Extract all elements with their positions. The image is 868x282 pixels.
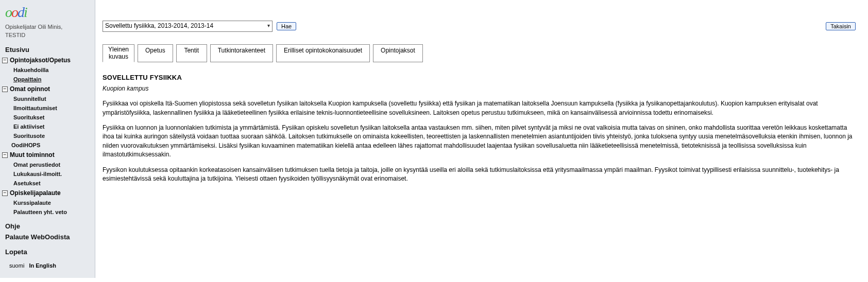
sidebar-item-ohje[interactable]: Ohje [0, 221, 95, 232]
tab-separate-modules[interactable]: Erilliset opintokokonaisuudet [276, 44, 370, 62]
guide-select-value: Sovellettu fysiikka, 2013-2014, 2013-14 [105, 22, 213, 29]
page-title: SOVELLETTU FYSIIKKA [103, 74, 856, 81]
sidebar-item-palveto[interactable]: Palautteen yht. veto [0, 207, 95, 217]
main: Sovellettu fysiikka, 2013-2014, 2013-14 … [95, 0, 868, 278]
collapse-icon: − [2, 86, 8, 92]
sidebar-item-lopeta[interactable]: Lopeta [0, 246, 95, 257]
tab-degree-structures[interactable]: Tutkintorakenteet [210, 44, 273, 62]
sidebar-group-courses[interactable]: − Opintojaksot/Opetus [0, 55, 95, 65]
sidebar-group-pal[interactable]: − Opiskelijapalaute [0, 188, 95, 198]
logo: oodi [0, 0, 95, 22]
tabs: Yleinen kuvaus Opetus Tentit Tutkintorak… [103, 44, 856, 62]
sidebar-group-label: Opiskelijapalaute [10, 189, 61, 197]
sidebar-item-suoritusote[interactable]: Suoritusote [0, 131, 95, 140]
language-switch: suomi In English [0, 257, 95, 274]
tab-general[interactable]: Yleinen kuvaus [103, 44, 134, 62]
sidebar-group-muut[interactable]: − Muut toiminnot [0, 150, 95, 160]
lang-en[interactable]: In English [29, 262, 56, 269]
sidebar-group-label: Omat opinnot [10, 85, 50, 93]
sidebar-item-oodihops[interactable]: OodiHOPS [0, 140, 95, 150]
sidebar-item-hakuehdoilla[interactable]: Hakuehdoilla [0, 65, 95, 75]
tab-exams[interactable]: Tentit [176, 44, 207, 62]
paragraph-1: Fysiikkaa voi opiskella Itä-Suomen yliop… [103, 99, 856, 117]
sidebar-item-ilmoitt[interactable]: Ilmoittautumiset [0, 103, 95, 113]
guide-select[interactable]: Sovellettu fysiikka, 2013-2014, 2013-14 … [103, 21, 273, 32]
sidebar-item-front[interactable]: Etusivu [0, 44, 95, 55]
paragraph-2: Fysiikka on luonnon ja luonnonlakien tut… [103, 124, 856, 160]
paragraph-3: Fyysikon koulutuksessa opitaankin korkea… [103, 166, 856, 184]
sidebar: oodi Opiskelijatar Oili Minis, TESTID Et… [0, 0, 95, 278]
tab-courses[interactable]: Opintojaksot [373, 44, 423, 62]
sidebar-item-asetukset[interactable]: Asetukset [0, 179, 95, 188]
sidebar-group-label: Opintojaksot/Opetus [10, 57, 71, 64]
sidebar-item-kurssipal[interactable]: Kurssipalaute [0, 198, 95, 207]
search-button[interactable]: Hae [277, 22, 296, 30]
tab-teaching[interactable]: Opetus [138, 44, 173, 62]
sidebar-item-omatper[interactable]: Omat perustiedot [0, 160, 95, 169]
collapse-icon: − [2, 58, 8, 63]
sidebar-item-palaute[interactable]: Palaute WebOodista [0, 232, 95, 242]
content: SOVELLETTU FYSIIKKA Kuopion kampus Fysii… [103, 74, 856, 184]
sidebar-item-suunnitellut[interactable]: Suunnitellut [0, 94, 95, 103]
collapse-icon: − [2, 152, 8, 158]
sidebar-item-lukuk[interactable]: Lukukausi-ilmoitt. [0, 169, 95, 179]
sidebar-group-own[interactable]: − Omat opinnot [0, 84, 95, 94]
back-button[interactable]: Takaisin [826, 22, 856, 30]
sidebar-group-label: Muut toiminnot [10, 151, 55, 158]
collapse-icon: − [2, 190, 8, 196]
user-name: Opiskelijatar Oili Minis, [0, 22, 95, 32]
user-testid: TESTID [0, 32, 95, 40]
lang-fi[interactable]: suomi [9, 262, 24, 269]
sidebar-item-suoritukset[interactable]: Suoritukset [0, 113, 95, 122]
sidebar-item-eiakt[interactable]: Ei aktiiviset [0, 122, 95, 131]
page-subtitle: Kuopion kampus [103, 84, 856, 93]
sidebar-item-oppaittain[interactable]: Oppaittain [0, 75, 95, 84]
chevron-down-icon: ▾ [267, 23, 270, 28]
